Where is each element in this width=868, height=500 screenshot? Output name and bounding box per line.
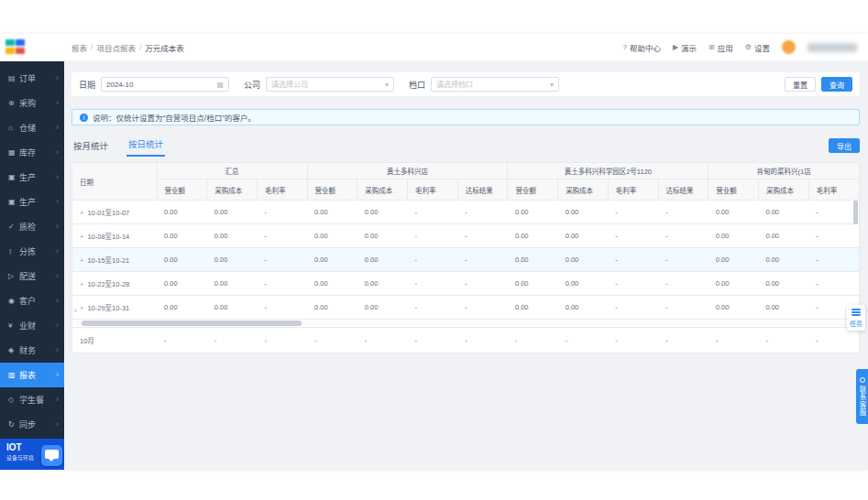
company-filter-label: 公司: [244, 79, 260, 91]
sidebar-item-report[interactable]: ▥报表›: [0, 363, 64, 387]
sidebar-item-label: 业财: [19, 320, 56, 332]
value-cell: 0.00: [558, 201, 609, 224]
table-row[interactable]: +10-08至10-140.000.00-0.000.00--0.000.00-…: [72, 224, 859, 248]
table-row[interactable]: +10-22至10-280.000.00-0.000.00--0.000.00-…: [72, 272, 859, 296]
iot-panel[interactable]: IOT 设备与环境: [0, 439, 64, 470]
sync-icon: ↻: [8, 420, 19, 429]
info-alert-text: 说明：仅统计设置为“自营项目点/档口”的客户。: [93, 112, 256, 123]
value-cell: -: [658, 201, 709, 224]
sidebar-item-sorting[interactable]: ↕分拣›: [0, 239, 64, 264]
value-cell: 0.00: [558, 272, 609, 296]
column-header: 采购成本: [758, 179, 808, 201]
sidebar-item-business-finance[interactable]: ¥业财›: [0, 313, 64, 338]
sidebar-item-label: 订单: [19, 72, 56, 84]
value-cell: 0.00: [157, 248, 207, 272]
sidebar-item-label: 仓储: [19, 122, 56, 134]
table-row[interactable]: +10-15至10-210.000.00-0.000.00--0.000.00-…: [72, 248, 859, 272]
tab-daily[interactable]: 按日统计: [126, 137, 165, 157]
value-cell: -: [408, 272, 458, 296]
summary-cell: -: [608, 328, 658, 353]
vertical-scrollbar-track[interactable]: [853, 201, 858, 308]
expand-icon[interactable]: +: [80, 256, 83, 265]
horizontal-scrollbar-thumb[interactable]: [82, 321, 302, 326]
purchase-icon: ⊕: [8, 99, 19, 107]
expand-icon[interactable]: +: [80, 209, 83, 217]
stall-select[interactable]: [436, 81, 550, 89]
task-widget[interactable]: 任务: [847, 305, 865, 331]
breadcrumb-item[interactable]: 项目点报表: [96, 42, 136, 53]
company-select[interactable]: [271, 81, 385, 89]
value-cell: 0.00: [558, 296, 609, 320]
value-cell: 0.00: [357, 272, 408, 296]
table-row[interactable]: +10-01至10-070.000.00-0.000.00--0.000.00-…: [72, 201, 859, 224]
breadcrumb-item[interactable]: 报表: [71, 42, 87, 53]
sidebar-item-sync[interactable]: ↻同步›: [0, 412, 64, 437]
column-header: 达标结果: [457, 179, 508, 201]
sidebar-item-delivery[interactable]: ▷配送›: [0, 264, 64, 288]
topbar-actions: ?帮助中心▶演示⊞应用⚙设置: [622, 42, 770, 53]
company-select-box[interactable]: ▾: [266, 77, 394, 92]
vertical-scrollbar-thumb[interactable]: [853, 201, 858, 224]
export-button[interactable]: 导出: [829, 138, 860, 153]
chevron-right-icon: ›: [56, 321, 59, 330]
value-cell: 0.00: [307, 272, 357, 296]
value-cell: -: [408, 224, 458, 248]
stall-select-box[interactable]: ▾: [431, 77, 559, 92]
sidebar-item-production[interactable]: ▣生产›: [0, 165, 64, 190]
topbar-action-apps[interactable]: ⊞应用: [709, 42, 733, 53]
horizontal-scrollbar-track[interactable]: [74, 321, 857, 326]
task-widget-label: 任务: [847, 319, 865, 328]
value-cell: 0.00: [508, 201, 558, 224]
value-cell: 0.00: [307, 296, 357, 320]
table-row[interactable]: +10-29至10-310.000.00-0.000.00--0.000.00-…: [72, 296, 859, 320]
value-cell: 0.00: [207, 272, 258, 296]
value-cell: 0.00: [758, 224, 808, 248]
topbar-action-label: 应用: [718, 42, 733, 53]
summary-cell: -: [658, 328, 709, 353]
sidebar-item-order[interactable]: ▤订单›: [0, 66, 64, 91]
contact-service-button[interactable]: 联系客服: [856, 369, 868, 424]
sidebar-item-inventory[interactable]: ▦库存›: [0, 140, 64, 165]
breadcrumb-item[interactable]: 万元成本表: [145, 42, 184, 53]
value-cell: 0.00: [558, 224, 609, 248]
reset-button[interactable]: 重置: [785, 77, 816, 92]
date-input-box[interactable]: ▦: [101, 77, 229, 92]
sidebar-item-warehouse[interactable]: ⌂仓储›: [0, 115, 64, 140]
sidebar-item-customer[interactable]: ◉客户›: [0, 288, 64, 313]
value-cell: 0.00: [709, 224, 759, 248]
date-cell: +10-01至10-07: [72, 201, 157, 224]
date-cell: +10-29至10-31: [72, 296, 157, 320]
topbar-action-settings[interactable]: ⚙设置: [745, 42, 770, 53]
chat-bubble-icon[interactable]: [41, 445, 62, 466]
summary-cell: -: [508, 328, 558, 353]
expand-icon[interactable]: +: [80, 233, 83, 241]
date-input[interactable]: [106, 81, 216, 89]
sidebar-item-student-meal[interactable]: ◇学生餐›: [0, 387, 64, 412]
column-header: 毛利率: [408, 179, 458, 201]
topbar-action-help[interactable]: ?帮助中心: [622, 42, 660, 53]
sidebar-item-purchase[interactable]: ⊕采购›: [0, 91, 64, 115]
app-logo[interactable]: [5, 39, 27, 55]
question-circle-icon: ?: [622, 43, 626, 51]
sidebar-item-label: 财务: [19, 344, 56, 356]
tab-monthly[interactable]: 按月统计: [71, 139, 110, 157]
gear-icon: ⚙: [745, 43, 752, 51]
stall-filter: 档口 ▾: [409, 77, 559, 92]
query-button[interactable]: 查询: [821, 77, 852, 92]
user-avatar[interactable]: [782, 40, 796, 54]
info-alert: i 说明：仅统计设置为“自营项目点/档口”的客户。: [71, 109, 860, 125]
value-cell: -: [457, 224, 508, 248]
customer-icon: ◉: [8, 297, 19, 305]
logo-square: [16, 48, 25, 54]
value-cell: 0.00: [307, 201, 357, 224]
expand-icon[interactable]: +: [80, 280, 83, 288]
scroll-left-icon[interactable]: ‹: [74, 307, 77, 315]
sidebar-item-quality[interactable]: ✓质检›: [0, 214, 64, 239]
topbar-action-demo[interactable]: ▶演示: [673, 42, 697, 53]
sidebar-item-finance[interactable]: ◈财务›: [0, 338, 64, 363]
value-cell: 0.00: [307, 248, 357, 272]
value-cell: -: [658, 272, 709, 296]
sidebar-item-production-2[interactable]: ▣生产›: [0, 190, 64, 214]
expand-icon[interactable]: +: [80, 304, 83, 312]
user-name-redacted[interactable]: [808, 43, 857, 52]
